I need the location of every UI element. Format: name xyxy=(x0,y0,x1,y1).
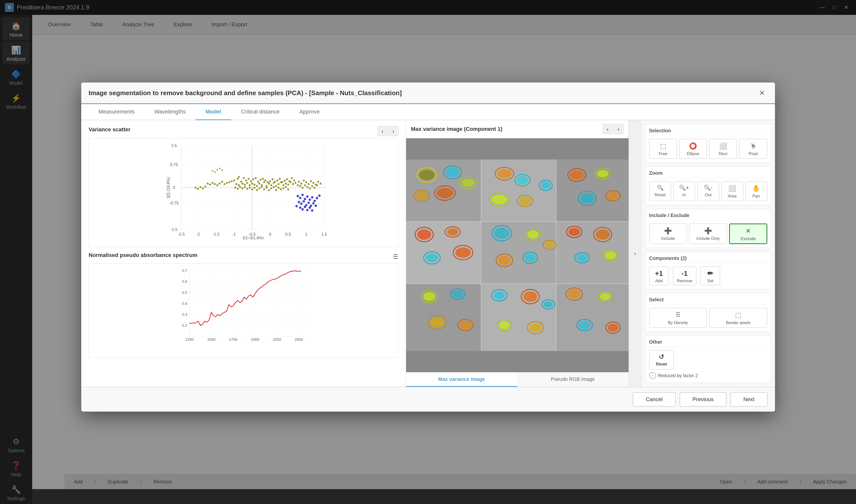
svg-point-76 xyxy=(258,183,260,185)
svg-point-89 xyxy=(289,181,291,183)
svg-point-73 xyxy=(251,183,253,185)
svg-point-141 xyxy=(306,186,308,188)
modal-close-button[interactable]: ✕ xyxy=(757,88,768,98)
svg-point-121 xyxy=(197,188,199,190)
svg-point-149 xyxy=(304,198,306,200)
selection-free-btn[interactable]: ⬚ Free xyxy=(649,139,677,159)
modal-overlay: Image segmentation to remove background … xyxy=(0,0,856,504)
scatter-plot[interactable]: 1.5 0.75 0 -0.75 -1.5 -2.5 -2 -1.5 -1 -0… xyxy=(101,143,396,239)
svg-point-110 xyxy=(270,187,272,189)
set-component-icon: ✏ xyxy=(707,269,713,277)
tab-approve[interactable]: Approve xyxy=(289,104,329,120)
svg-point-250 xyxy=(498,256,511,265)
svg-point-148 xyxy=(301,194,304,196)
spectrum-container: 0.7 0.6 0.5 0.4 0.3 0.2 1250 1500 1750 2… xyxy=(89,264,398,358)
scatter-next-btn[interactable]: › xyxy=(389,126,398,136)
svg-text:0.5: 0.5 xyxy=(285,232,291,236)
svg-text:0.7: 0.7 xyxy=(182,269,187,273)
component-add-btn[interactable]: +1 Add xyxy=(649,267,669,285)
svg-point-144 xyxy=(314,187,315,189)
svg-point-244 xyxy=(455,248,471,258)
selection-ellipse-btn[interactable]: ⭕ Ellipse xyxy=(679,139,707,159)
svg-text:2500: 2500 xyxy=(295,338,303,342)
border-pixels-btn[interactable]: ⬚ Border pixels xyxy=(709,308,767,328)
next-button[interactable]: Next xyxy=(730,392,767,407)
svg-point-147 xyxy=(299,197,301,199)
svg-point-62 xyxy=(216,184,218,186)
zoom-in-label: In xyxy=(682,193,686,197)
by-density-btn[interactable]: ⠿ By Density xyxy=(649,308,707,328)
svg-point-101 xyxy=(249,187,250,189)
image-tabs: Max variance image Pseudo RGB image xyxy=(406,372,628,387)
include-exclude-buttons: ➕ Include ➕ Include Only ✕ Exclude xyxy=(649,223,767,244)
scatter-prev-btn[interactable]: ‹ xyxy=(378,126,388,136)
svg-text:0.4: 0.4 xyxy=(182,301,187,306)
tab-critical-distance[interactable]: Critical distance xyxy=(231,104,289,120)
selection-rect-btn[interactable]: ⬜ Rect xyxy=(709,139,737,159)
exclude-btn[interactable]: ✕ Exclude xyxy=(729,223,767,244)
svg-point-85 xyxy=(280,181,282,183)
svg-text:1.5: 1.5 xyxy=(171,143,177,148)
nuts-image-svg xyxy=(406,138,628,372)
cancel-button[interactable]: Cancel xyxy=(633,392,675,407)
svg-point-37 xyxy=(245,179,247,181)
image-tab-max-variance[interactable]: Max variance image xyxy=(406,373,517,387)
svg-point-82 xyxy=(272,182,274,184)
svg-text:1750: 1750 xyxy=(229,338,237,342)
tab-model[interactable]: Model xyxy=(195,104,231,120)
svg-point-129 xyxy=(300,183,302,185)
include-only-btn[interactable]: ➕ Include Only xyxy=(689,223,727,244)
zoom-pan-btn[interactable]: ✋ Pan xyxy=(745,181,767,201)
svg-point-158 xyxy=(303,200,305,203)
tab-measurements[interactable]: Measurements xyxy=(89,104,145,120)
pixel-icon: 🖱 xyxy=(750,142,756,150)
other-title: Other xyxy=(649,339,767,347)
selection-pixel-btn[interactable]: 🖱 Pixel xyxy=(739,139,767,159)
svg-point-50 xyxy=(276,179,278,181)
spectrum-menu-button[interactable]: ☰ xyxy=(393,253,398,260)
pixel-label: Pixel xyxy=(748,151,757,156)
other-reset-btn[interactable]: ↺ Reset xyxy=(649,350,674,370)
component-set-btn[interactable]: ✏ Set xyxy=(700,266,720,285)
variance-scatter-section: Variance scatter ‹ › xyxy=(89,126,398,247)
component-remove-btn[interactable]: -1 Remove xyxy=(673,267,696,285)
svg-point-224 xyxy=(491,195,507,204)
svg-point-53 xyxy=(283,180,285,182)
zoom-out-btn[interactable]: 🔍- Out xyxy=(697,181,719,201)
svg-point-266 xyxy=(452,290,463,298)
zoom-reset-btn[interactable]: 🔍 Reset xyxy=(649,181,671,201)
include-btn[interactable]: ➕ Include xyxy=(649,223,687,244)
zoom-area-label: Area xyxy=(728,194,736,199)
tab-wavelengths[interactable]: Wavelengths xyxy=(144,104,195,120)
image-next-btn[interactable]: › xyxy=(614,124,624,134)
image-tab-pseudo-rgb[interactable]: Pseudo RGB image xyxy=(517,373,628,387)
svg-point-218 xyxy=(462,179,474,186)
zoom-in-btn[interactable]: 🔍+ In xyxy=(673,181,695,201)
svg-point-120 xyxy=(199,186,201,188)
svg-point-80 xyxy=(268,183,270,185)
svg-point-97 xyxy=(239,186,241,188)
info-icon: i xyxy=(649,372,656,379)
svg-point-45 xyxy=(264,179,266,181)
remove-component-label: Remove xyxy=(677,278,693,284)
svg-point-54 xyxy=(286,178,288,180)
svg-point-107 xyxy=(263,188,265,190)
panel-toggle-button[interactable]: › xyxy=(629,120,641,387)
svg-point-165 xyxy=(299,206,301,209)
svg-point-123 xyxy=(214,171,216,173)
svg-point-152 xyxy=(311,196,314,198)
svg-point-108 xyxy=(265,187,267,189)
reset-icon: ↺ xyxy=(659,353,664,361)
image-prev-btn[interactable]: ‹ xyxy=(603,124,613,134)
zoom-reset-label: Reset xyxy=(655,193,665,197)
svg-point-164 xyxy=(295,205,298,208)
zoom-area-btn[interactable]: ⬜ Area xyxy=(721,181,743,201)
svg-point-36 xyxy=(243,177,245,179)
previous-button[interactable]: Previous xyxy=(680,392,727,407)
density-icon: ⠿ xyxy=(676,311,680,319)
svg-point-103 xyxy=(253,187,255,189)
svg-point-288 xyxy=(608,324,618,331)
svg-point-38 xyxy=(248,178,249,180)
zoom-buttons: 🔍 Reset 🔍+ In 🔍- Out ⬜ xyxy=(649,181,767,201)
svg-point-157 xyxy=(300,203,303,205)
